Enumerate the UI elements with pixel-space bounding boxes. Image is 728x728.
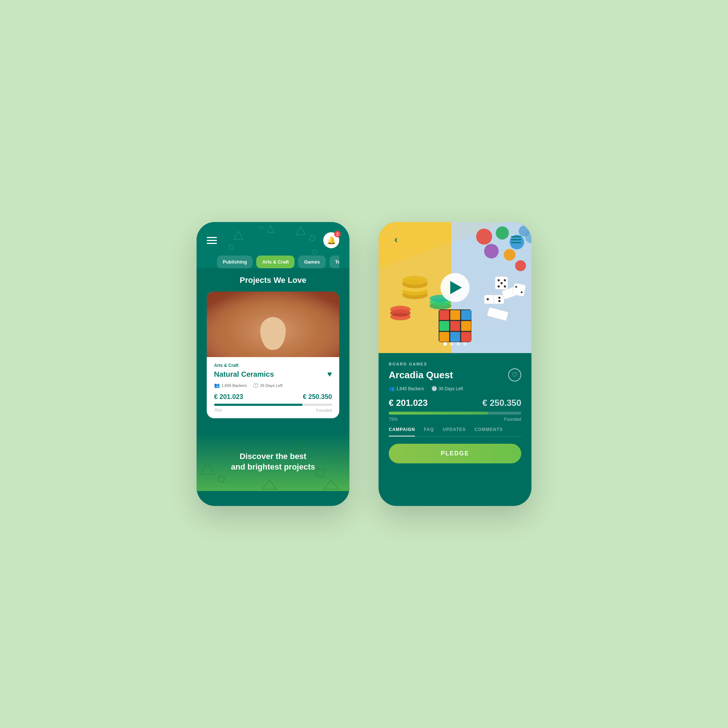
days-meta-2: 🕐 36 Days Left (431, 386, 463, 391)
pledge-button[interactable]: PLEDGE (389, 444, 521, 463)
phone-2: ‹ BOARD GAMES Arcadia Quest (379, 222, 531, 506)
svg-point-53 (498, 285, 500, 288)
svg-point-58 (521, 292, 523, 294)
play-icon (450, 281, 462, 294)
funding-row: € 201.023 € 250.350 (214, 393, 332, 401)
backers-meta-2: 👥 1,845 Backers (389, 386, 424, 391)
svg-marker-8 (262, 480, 277, 489)
progress-percent-2: 75% (389, 417, 398, 422)
back-icon: ‹ (394, 234, 398, 245)
svg-rect-10 (218, 476, 225, 483)
clock-icon: 🕐 (252, 382, 258, 388)
section-title: Projects We Love (207, 275, 339, 285)
svg-point-46 (498, 297, 500, 299)
project-card-info: Arts & Craft Natural Ceramics ♥ 👥 1,845 … (207, 357, 339, 418)
svg-marker-6 (200, 462, 215, 475)
progress-founded-2: Founded (504, 417, 521, 422)
game-title: Arcadia Quest (389, 369, 453, 381)
days-meta: 🕐 26 Days Left (252, 382, 283, 388)
funding-section: € 201.023 € 250.350 75% Founded (389, 398, 521, 422)
svg-marker-5 (267, 226, 274, 232)
tab-publishing[interactable]: Publishing (217, 255, 252, 268)
tab-faq[interactable]: FAQ (424, 427, 434, 436)
game-category: BOARD GAMES (389, 362, 521, 366)
svg-rect-40 (439, 332, 449, 342)
progress-bar (214, 404, 332, 406)
hamburger-menu-button[interactable] (207, 237, 217, 244)
svg-point-26 (402, 276, 428, 284)
hamburger-menu-button-2[interactable] (511, 236, 521, 243)
svg-point-21 (515, 260, 526, 271)
clock-icon-2: 🕐 (431, 386, 437, 391)
backers-count-2: 1,845 Backers (396, 386, 424, 391)
tab-technology[interactable]: Technolo... (329, 255, 339, 268)
progress-percent: 75% (214, 408, 222, 412)
svg-rect-41 (450, 332, 460, 342)
svg-rect-34 (439, 310, 449, 320)
footer-line1: Discover the best (240, 452, 306, 461)
svg-rect-56 (512, 283, 526, 296)
project-meta: 👥 1,845 Backers 🕐 26 Days Left (214, 382, 332, 388)
phone1-body: Projects We Love Arts & Craft Natural Ce… (197, 268, 349, 433)
image-dots-indicator (444, 342, 466, 346)
dot-3[interactable] (456, 342, 460, 346)
svg-marker-13 (324, 480, 338, 489)
dot-4[interactable] (463, 342, 466, 346)
svg-point-47 (498, 300, 500, 302)
days-left-2: 36 Days Left (439, 386, 463, 391)
phone1-footer: Discover the best and brightest projects (197, 433, 349, 491)
amount-current: € 201.023 (389, 398, 428, 408)
svg-rect-42 (461, 332, 471, 342)
notification-button[interactable]: 🔔 (323, 232, 339, 248)
phone2-body: BOARD GAMES Arcadia Quest ♡ 👥 1,845 Back… (379, 353, 531, 472)
detail-tab-nav: CAMPAIGN FAQ UPDATES COMMENTS (389, 427, 521, 436)
tab-arts-craft[interactable]: Arts & Craft (256, 255, 294, 268)
svg-point-4 (312, 250, 317, 254)
svg-marker-7 (327, 447, 342, 460)
phone2-overlay-header: ‹ (379, 222, 531, 257)
svg-point-51 (498, 279, 500, 281)
project-name: Natural Ceramics (214, 370, 274, 379)
funding-amounts: € 201.023 € 250.350 (389, 398, 521, 408)
favorite-button-2[interactable]: ♡ (508, 369, 521, 381)
category-tabs: Publishing Arts & Craft Games Technolo..… (207, 255, 339, 268)
project-name-row: Natural Ceramics ♥ (214, 369, 332, 379)
progress-fill (214, 404, 303, 406)
tab-comments[interactable]: COMMENTS (475, 427, 503, 436)
svg-point-54 (504, 285, 506, 288)
bell-icon: 🔔 (327, 236, 336, 245)
tab-campaign[interactable]: CAMPAIGN (389, 427, 415, 436)
svg-rect-36 (461, 310, 471, 320)
footer-line2: and brightest projects (231, 462, 315, 471)
tab-updates[interactable]: UPDATES (443, 427, 466, 436)
funding-current: € 201.023 (214, 393, 243, 401)
project-card[interactable]: Arts & Craft Natural Ceramics ♥ 👥 1,845 … (207, 292, 339, 418)
phone1-top-bar: 🔔 (207, 232, 339, 248)
dot-1[interactable] (444, 342, 447, 346)
phone1-header: 🔔 Publishing Arts & Craft Games Technolo… (197, 222, 349, 268)
funding-goal: € 250.350 (303, 393, 332, 401)
project-card-image (207, 292, 339, 357)
tab-games[interactable]: Games (298, 255, 326, 268)
progress-bar-2 (389, 412, 521, 414)
svg-point-55 (500, 282, 503, 284)
back-button[interactable]: ‹ (389, 232, 403, 247)
project-category: Arts & Craft (214, 363, 332, 368)
svg-rect-37 (439, 321, 449, 331)
play-button[interactable] (440, 273, 470, 302)
backers-count: 1,845 Backers (221, 383, 247, 388)
amount-goal: € 250.350 (482, 398, 521, 408)
progress-founded: Founded (316, 408, 332, 412)
pottery-image (207, 292, 339, 357)
svg-rect-35 (450, 310, 460, 320)
screens-container: 🔔 Publishing Arts & Craft Games Technolo… (197, 222, 531, 506)
progress-labels: 75% Founded (214, 408, 332, 412)
backers-icon: 👥 (214, 382, 220, 388)
favorite-button[interactable]: ♥ (327, 369, 332, 379)
phone2-image-section: ‹ (379, 222, 531, 353)
dot-2[interactable] (450, 342, 454, 346)
footer-text: Discover the best and brightest projects (231, 451, 315, 472)
svg-point-32 (390, 306, 411, 313)
game-meta: 👥 1,845 Backers 🕐 36 Days Left (389, 386, 521, 391)
backers-meta: 👥 1,845 Backers (214, 382, 247, 388)
